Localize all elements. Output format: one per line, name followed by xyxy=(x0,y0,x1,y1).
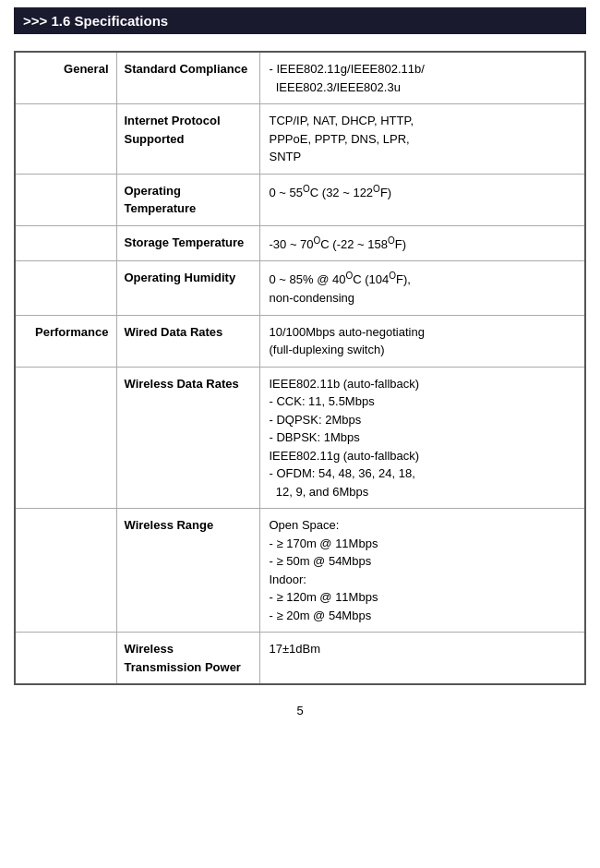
table-row: PerformanceWired Data Rates10/100Mbps au… xyxy=(15,315,585,367)
table-row: Operating Temperature0 ~ 55OC (32 ~ 122O… xyxy=(15,174,585,225)
category-cell xyxy=(15,225,116,261)
value-cell: TCP/IP, NAT, DHCP, HTTP,PPPoE, PPTP, DNS… xyxy=(259,104,585,175)
feature-cell: Internet Protocol Supported xyxy=(116,104,259,175)
category-cell xyxy=(15,509,116,633)
table-row: GeneralStandard Compliance- IEEE802.11g/… xyxy=(15,52,585,104)
table-row: Internet Protocol SupportedTCP/IP, NAT, … xyxy=(15,104,585,175)
feature-cell: Standard Compliance xyxy=(116,52,259,104)
table-row: Wireless Data RatesIEEE802.11b (auto-fal… xyxy=(15,367,585,509)
page-number: 5 xyxy=(296,704,303,717)
feature-cell: Wireless Range xyxy=(116,509,259,633)
table-row: Storage Temperature-30 ~ 70OC (-22 ~ 158… xyxy=(15,225,585,261)
spec-table: GeneralStandard Compliance- IEEE802.11g/… xyxy=(14,51,586,685)
category-cell xyxy=(15,104,116,175)
category-cell: Performance xyxy=(15,315,116,367)
value-cell: Open Space:- ≥ 170m @ 11Mbps- ≥ 50m @ 54… xyxy=(259,509,585,633)
value-cell: 0 ~ 55OC (32 ~ 122OF) xyxy=(259,174,585,225)
value-cell: - IEEE802.11g/IEEE802.11b/ IEEE802.3/IEE… xyxy=(259,52,585,104)
feature-cell: Wireless Data Rates xyxy=(116,367,259,509)
category-cell xyxy=(15,174,116,225)
feature-cell: Storage Temperature xyxy=(116,225,259,261)
category-cell xyxy=(15,633,116,685)
value-cell: 0 ~ 85% @ 40OC (104OF),non-condensing xyxy=(259,261,585,315)
table-row: Wireless RangeOpen Space:- ≥ 170m @ 11Mb… xyxy=(15,509,585,633)
header-title: >>> 1.6 Specifications xyxy=(23,13,168,29)
value-cell: 17±1dBm xyxy=(259,633,585,685)
feature-cell: Wireless Transmission Power xyxy=(116,633,259,685)
feature-cell: Wired Data Rates xyxy=(116,315,259,367)
feature-cell: Operating Temperature xyxy=(116,174,259,225)
table-row: Operating Humidity0 ~ 85% @ 40OC (104OF)… xyxy=(15,261,585,315)
category-cell xyxy=(15,261,116,315)
footer: 5 xyxy=(14,704,586,717)
category-cell xyxy=(15,367,116,509)
page-header: >>> 1.6 Specifications xyxy=(14,7,586,34)
category-cell: General xyxy=(15,52,116,104)
value-cell: IEEE802.11b (auto-fallback)- CCK: 11, 5.… xyxy=(259,367,585,509)
feature-cell: Operating Humidity xyxy=(116,261,259,315)
value-cell: -30 ~ 70OC (-22 ~ 158OF) xyxy=(259,225,585,261)
value-cell: 10/100Mbps auto-negotiating(full-duplexi… xyxy=(259,315,585,367)
table-row: Wireless Transmission Power17±1dBm xyxy=(15,633,585,685)
page-wrapper: >>> 1.6 Specifications GeneralStandard C… xyxy=(14,0,586,717)
